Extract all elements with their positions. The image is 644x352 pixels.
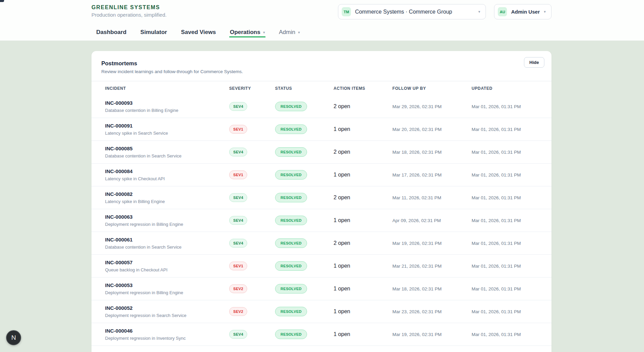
chevron-down-icon: ▾ — [478, 10, 480, 14]
updated-date: Mar 01, 2026, 01:31 PM — [472, 150, 538, 155]
severity-badge: SEV2 — [229, 284, 247, 293]
incident-cell: INC-000046 Deployment regression in Inve… — [105, 324, 229, 345]
incident-description: Database contention in Search Service — [105, 153, 229, 158]
table-row[interactable]: INC-000082 Latency spike in Billing Engi… — [91, 186, 552, 209]
nav-item-dashboard[interactable]: Dashboard — [96, 29, 127, 40]
table-row[interactable]: INC-000053 Deployment regression in Bill… — [91, 278, 552, 300]
table-row[interactable]: INC-000057 Queue backlog in Checkout API… — [91, 255, 552, 278]
chevron-down-icon: ▾ — [263, 31, 265, 34]
table-header-row: INCIDENT SEVERITY STATUS ACTION ITEMS FO… — [91, 81, 552, 95]
table-row[interactable]: INC-000085 Database contention in Search… — [91, 141, 552, 164]
incident-id: INC-000057 — [105, 259, 229, 265]
incident-cell: INC-000091 Latency spike in Search Servi… — [105, 119, 229, 140]
table-row[interactable]: INC-000061 Database contention in Search… — [91, 232, 552, 255]
status-cell: RESOLVED — [275, 147, 334, 157]
action-items-count: 1 open — [334, 217, 392, 223]
follow-up-date: Mar 21, 2026, 02:31 PM — [392, 264, 472, 269]
avatar: AU — [498, 7, 507, 16]
assistant-launcher-button[interactable]: N — [6, 330, 21, 345]
table-row[interactable]: INC-000084 Latency spike in Checkout API… — [91, 164, 552, 186]
updated-date: Mar 01, 2026, 01:31 PM — [472, 264, 538, 269]
follow-up-date: Mar 29, 2026, 02:31 PM — [392, 104, 472, 109]
status-badge: RESOLVED — [275, 170, 307, 180]
column-header-severity: SEVERITY — [229, 86, 275, 91]
column-header-follow-up-by: FOLLOW UP BY — [392, 86, 472, 91]
incident-cell: INC-000084 Latency spike in Checkout API — [105, 164, 229, 186]
user-menu[interactable]: AU Admin User ▾ — [494, 4, 552, 19]
incident-id: INC-000053 — [105, 282, 229, 288]
nav-item-label: Simulator — [140, 29, 167, 36]
nav-item-label: Operations — [230, 29, 260, 36]
incident-cell: INC-000093 Database contention in Billin… — [105, 96, 229, 117]
incident-cell: INC-000053 Deployment regression in Bill… — [105, 278, 229, 300]
nav-item-label: Saved Views — [181, 29, 216, 36]
action-items-count: 2 open — [334, 240, 392, 246]
incident-id: INC-000093 — [105, 100, 229, 106]
incident-description: Deployment regression in Search Service — [105, 313, 229, 318]
panel-header: Postmortems Review incident learnings an… — [91, 51, 552, 81]
action-items-count: 1 open — [334, 172, 392, 178]
status-cell: RESOLVED — [275, 261, 334, 271]
action-items-count: 1 open — [334, 308, 392, 315]
follow-up-date: Mar 19, 2026, 02:31 PM — [392, 332, 472, 337]
table-row[interactable]: INC-000093 Database contention in Billin… — [91, 95, 552, 118]
updated-date: Mar 01, 2026, 01:31 PM — [472, 127, 538, 132]
severity-badge: SEV1 — [229, 125, 247, 134]
workspace-switcher[interactable]: TM Commerce Systems · Commerce Group ▾ — [338, 4, 486, 19]
severity-badge: SEV4 — [229, 193, 247, 202]
severity-cell: SEV4 — [229, 216, 275, 225]
column-header-status: STATUS — [275, 86, 334, 91]
incident-id: INC-000085 — [105, 146, 229, 151]
action-items-count: 1 open — [334, 263, 392, 269]
severity-badge: SEV4 — [229, 216, 247, 225]
workspace-label: Commerce Systems · Commerce Group — [355, 9, 474, 15]
severity-cell: SEV1 — [229, 170, 275, 179]
incident-description: Deployment regression in Billing Engine — [105, 290, 229, 295]
nav-item-admin[interactable]: Admin ▾ — [278, 29, 301, 40]
updated-date: Mar 01, 2026, 01:31 PM — [472, 195, 538, 200]
table-row[interactable]: INC-000046 Deployment regression in Inve… — [91, 323, 552, 346]
table-row[interactable]: INC-000091 Latency spike in Search Servi… — [91, 118, 552, 141]
incident-description: Queue backlog in Checkout API — [105, 267, 229, 272]
status-cell: RESOLVED — [275, 307, 334, 316]
incident-cell: INC-000061 Database contention in Search… — [105, 233, 229, 254]
severity-cell: SEV2 — [229, 284, 275, 293]
follow-up-date: Apr 09, 2026, 02:31 PM — [392, 218, 472, 223]
nav-item-simulator[interactable]: Simulator — [140, 29, 168, 40]
nav-item-saved-views[interactable]: Saved Views — [180, 29, 217, 40]
status-badge: RESOLVED — [275, 216, 307, 225]
updated-date: Mar 01, 2026, 01:31 PM — [472, 104, 538, 109]
incident-id: INC-000052 — [105, 305, 229, 311]
table-body: INC-000093 Database contention in Billin… — [91, 95, 552, 352]
incident-description: Database contention in Search Service — [105, 245, 229, 250]
status-cell: RESOLVED — [275, 330, 334, 339]
column-header-updated: UPDATED — [472, 86, 538, 91]
app-header: GREENLINE SYSTEMS Production operations,… — [0, 0, 644, 41]
nav-item-label: Dashboard — [96, 29, 126, 36]
action-items-count: 1 open — [334, 286, 392, 292]
incident-id: INC-000046 — [105, 328, 229, 334]
follow-up-date: Mar 17, 2026, 02:31 PM — [392, 172, 472, 178]
corner-artifact — [0, 0, 4, 2]
follow-up-date: Mar 23, 2026, 02:31 PM — [392, 309, 472, 314]
severity-cell: SEV4 — [229, 239, 275, 248]
incident-description: Database contention in Billing Engine — [105, 108, 229, 113]
severity-badge: SEV4 — [229, 239, 247, 248]
action-items-count: 1 open — [334, 331, 392, 337]
incident-description: Latency spike in Billing Engine — [105, 199, 229, 204]
nav-item-operations[interactable]: Operations ▾ — [229, 29, 266, 40]
n-logo-icon: N — [11, 334, 16, 341]
chevron-down-icon: ▾ — [298, 31, 300, 34]
severity-badge: SEV4 — [229, 102, 247, 111]
status-cell: RESOLVED — [275, 238, 334, 248]
status-cell: RESOLVED — [275, 284, 334, 294]
table-row[interactable]: INC-000038 SEV1 RESOLVED — [91, 346, 552, 352]
status-cell: RESOLVED — [275, 216, 334, 225]
status-badge: RESOLVED — [275, 193, 307, 202]
table-row[interactable]: INC-000052 Deployment regression in Sear… — [91, 300, 552, 323]
table-row[interactable]: INC-000063 Deployment regression in Bill… — [91, 209, 552, 232]
incident-cell: INC-000085 Database contention in Search… — [105, 141, 229, 163]
follow-up-date: Mar 20, 2026, 02:31 PM — [392, 127, 472, 132]
hide-button[interactable]: Hide — [524, 57, 544, 68]
incident-description: Deployment regression in Billing Engine — [105, 222, 229, 227]
